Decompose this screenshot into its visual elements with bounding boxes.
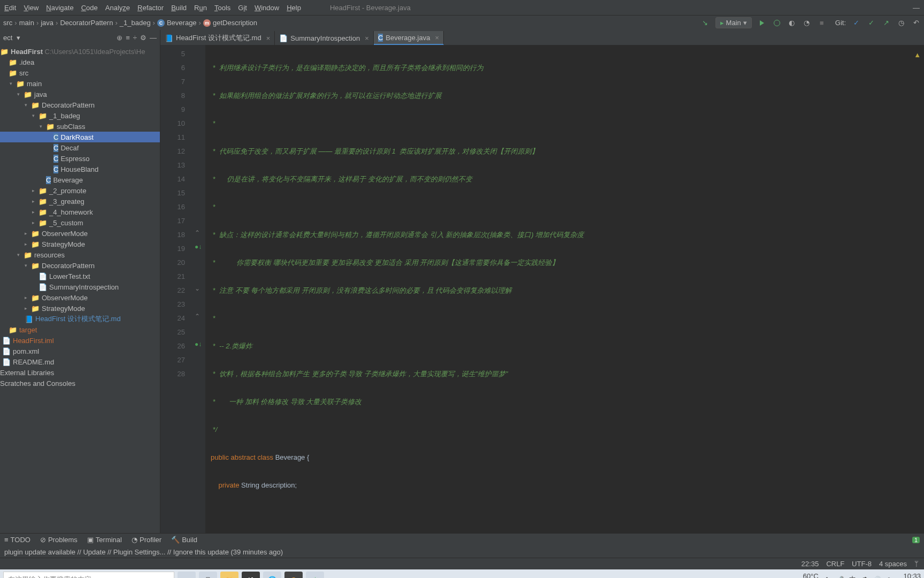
settings-icon[interactable]: ⚙ (140, 34, 147, 42)
gutter-marks[interactable]: ⌃●↓⌄⌃●↓ (195, 45, 205, 533)
tree-target[interactable]: 📁target (0, 324, 160, 335)
chrome-icon[interactable]: 🌐 (263, 572, 281, 578)
tree-custom[interactable]: ▸📁_5_custom (0, 217, 160, 228)
breadcrumb-java[interactable]: java (41, 19, 53, 27)
tree-r-strategy[interactable]: ▸📁StrategyMode (0, 303, 160, 314)
caret-position[interactable]: 22:35 (802, 560, 819, 568)
rollback-icon[interactable]: ↶ (911, 18, 921, 28)
tree-r-decorator[interactable]: ▾📁DecoratorPattern (0, 260, 160, 271)
event-badge[interactable]: 1 (912, 537, 920, 543)
tray-arrow-icon[interactable]: ⌃ (824, 576, 830, 579)
tree-r-observer[interactable]: ▸📁ObserverMode (0, 292, 160, 303)
tree-resources[interactable]: ▾📁resources (0, 249, 160, 260)
menu-view[interactable]: View (24, 4, 38, 12)
menu-code[interactable]: Code (81, 4, 98, 12)
terminal-tool[interactable]: ▣ Terminal (87, 536, 122, 544)
close-icon[interactable]: × (365, 34, 369, 42)
tree-decaf[interactable]: CDecaf (0, 142, 160, 153)
tree-src[interactable]: 📁src (0, 67, 160, 78)
menu-window[interactable]: Window (255, 4, 279, 12)
breadcrumb-method[interactable]: mgetDescription (203, 19, 257, 27)
menu-build[interactable]: Build (171, 4, 187, 12)
task-view-icon[interactable]: ⧉ (199, 572, 217, 578)
menu-navigate[interactable]: Navigate (46, 4, 73, 12)
tab-headfirst-md[interactable]: 📘HeadFirst 设计模式笔记.md× (160, 31, 275, 45)
update-project-icon[interactable]: ✓ (851, 18, 861, 28)
breadcrumb-main[interactable]: main (19, 19, 34, 27)
tree-lowertest[interactable]: 📄LowerTest.txt (0, 271, 160, 282)
ime-icon[interactable]: 中 (849, 575, 856, 578)
sync-icon[interactable]: ⟳ (887, 576, 892, 579)
indent-config[interactable]: 4 spaces (879, 560, 907, 568)
collapse-icon[interactable]: ÷ (133, 34, 137, 42)
debug-icon[interactable] (772, 18, 782, 28)
locate-icon[interactable]: ⊕ (117, 34, 122, 42)
explorer-icon[interactable]: 📁 (220, 572, 238, 578)
menu-analyze[interactable]: Analyze (105, 4, 130, 12)
build-tool[interactable]: 🔨 Build (171, 536, 197, 544)
clock[interactable]: 10:33 2021/2/ (898, 573, 921, 578)
tab-beverage[interactable]: CBeverage.java× (374, 31, 444, 45)
tree-root[interactable]: 📁HeadFirst C:\Users\A1051\IdeaProjects\H… (0, 46, 160, 57)
expand-icon[interactable]: ≡ (126, 34, 130, 42)
problems-tool[interactable]: ⊘ Problems (40, 536, 78, 544)
tree-promote[interactable]: ▸📁_2_promote (0, 185, 160, 196)
tree-badeg[interactable]: ▾📁_1_badeg (0, 110, 160, 121)
tree-hfmd[interactable]: 📘HeadFirst 设计模式笔记.md (0, 314, 160, 324)
cpu-temp-widget[interactable]: 60°C CPU温度 (790, 573, 818, 578)
menu-refactor[interactable]: Refactor (137, 4, 164, 12)
tab-summary[interactable]: 📄SummaryIntrospection× (275, 31, 374, 45)
volume-icon[interactable]: 🔊 (873, 576, 881, 579)
git-branch[interactable]: ᛘ (914, 560, 919, 568)
tree-espresso[interactable]: CEspresso (0, 153, 160, 164)
tree-main[interactable]: ▾📁main (0, 78, 160, 89)
push-icon[interactable]: ↗ (881, 18, 891, 28)
tree-decorator[interactable]: ▾📁DecoratorPattern (0, 100, 160, 110)
tree-subclass[interactable]: ▾📁subClass (0, 121, 160, 132)
sublime-icon[interactable]: S (284, 572, 303, 578)
wechat-icon[interactable]: ✳ (306, 572, 324, 578)
tree-pom[interactable]: 📄pom.xml (0, 346, 160, 356)
tree-strategy[interactable]: ▸📁StrategyMode (0, 239, 160, 249)
tree-housebland[interactable]: CHouseBland (0, 164, 160, 174)
tree-beverage[interactable]: CBeverage (0, 174, 160, 185)
menu-edit[interactable]: Edit (4, 4, 16, 12)
breadcrumb-package[interactable]: DecoratorPattern (60, 19, 113, 27)
cortana-icon[interactable]: ○ (178, 572, 196, 578)
coverage-icon[interactable]: ◐ (787, 18, 797, 28)
code-editor[interactable]: 5678910111213141516171819202122232425262… (160, 45, 924, 533)
menu-git[interactable]: Git (238, 4, 247, 12)
microphone-icon[interactable]: 🎤 (835, 576, 844, 579)
menu-tools[interactable]: Tools (214, 4, 230, 12)
tree-readme[interactable]: 📄README.md (0, 356, 160, 367)
source-text[interactable]: * 利用继承设计子类行为，是在编译期静态决定的，而且所有子类将会继承到相同的行为… (205, 45, 924, 533)
commit-icon[interactable]: ✓ (866, 18, 876, 28)
intellij-icon[interactable]: IJ (242, 572, 260, 578)
close-icon[interactable]: × (266, 34, 271, 42)
run-config-selector[interactable]: ▸Main▾ (715, 17, 752, 28)
profile-icon[interactable]: ◔ (802, 18, 812, 28)
project-header[interactable]: ect▾ ⊕ ≡ ÷ ⚙ — (0, 30, 160, 45)
breadcrumb-class[interactable]: CBeverage (157, 19, 197, 27)
menu-help[interactable]: Help (287, 4, 301, 12)
breadcrumb-folder[interactable]: _1_badeg (120, 19, 151, 27)
network-icon[interactable]: ⇵ (861, 576, 867, 579)
todo-tool[interactable]: ≡ TODO (4, 536, 30, 544)
minimize-icon[interactable]: — (913, 4, 920, 12)
tree-observer[interactable]: ▸📁ObserverMode (0, 228, 160, 239)
stop-icon[interactable]: ■ (817, 18, 827, 28)
file-encoding[interactable]: UTF-8 (852, 560, 872, 568)
history-icon[interactable]: ◷ (896, 18, 906, 28)
warning-icon[interactable]: ▲ (914, 48, 921, 62)
breadcrumb-src[interactable]: src (3, 19, 12, 27)
status-message[interactable]: plugin update available // Update // Plu… (0, 546, 924, 558)
tree-idea[interactable]: 📁.idea (0, 57, 160, 67)
build-hammer-icon[interactable]: ↘ (700, 18, 710, 28)
tree-extlib[interactable]: External Libraries (0, 367, 160, 378)
tree-summary[interactable]: 📄SummaryIntrospection (0, 282, 160, 292)
line-separator[interactable]: CRLF (826, 560, 844, 568)
tree-java[interactable]: ▾📁java (0, 89, 160, 100)
tree-iml[interactable]: 📄HeadFirst.iml (0, 335, 160, 346)
tree-greateg[interactable]: ▸📁_3_greateg (0, 196, 160, 207)
tree-darkroast[interactable]: CDarkRoast (0, 132, 160, 142)
